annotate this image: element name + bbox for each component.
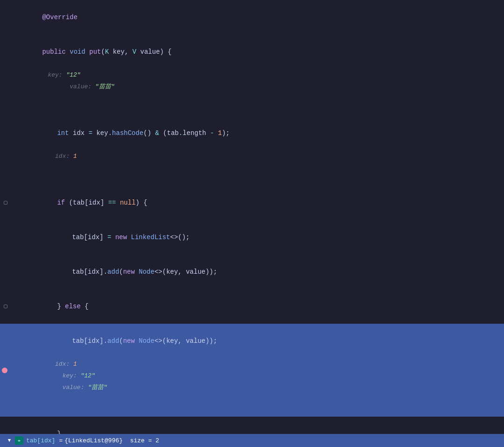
- status-value: {LinkedList@996} size = 2: [64, 437, 159, 444]
- code-line-2: public void put(K key, V value) { key: "…: [0, 35, 504, 116]
- status-icon: ∞: [15, 436, 23, 445]
- code-content-8: tab[idx].add(new Node<>(key, value)); id…: [15, 324, 504, 416]
- status-bar: ∞ tab[idx] = {LinkedList@996} size = 2: [0, 434, 504, 447]
- code-line-5: tab[idx] = new LinkedList<>();: [0, 220, 504, 255]
- annotation-kw: @Override: [42, 14, 77, 21]
- kw-public: public: [42, 48, 70, 56]
- code-content-6: tab[idx].add(new Node<>(key, value));: [15, 255, 504, 289]
- code-line-6: tab[idx].add(new Node<>(key, value));: [0, 255, 504, 289]
- code-editor: @Override public void put(K key, V value…: [0, 0, 504, 447]
- kw-void: void: [70, 48, 89, 56]
- code-line-8: tab[idx].add(new Node<>(key, value)); id…: [0, 324, 504, 417]
- debug-val-line3: idx: 1: [19, 153, 77, 171]
- code-line-3: int idx = key.hashCode() & (tab.length -…: [0, 116, 504, 185]
- status-name: tab[idx]: [26, 437, 55, 444]
- code-content-7: } else {: [15, 290, 504, 323]
- code-line-1: @Override: [0, 0, 504, 35]
- debug-val-line2: key: "12" value: "苗苗": [19, 71, 114, 102]
- status-expand: [6, 438, 13, 443]
- code-line-7: } else {: [0, 289, 504, 324]
- method-name: put: [89, 48, 101, 56]
- code-content-3: int idx = key.hashCode() & (tab.length -…: [15, 116, 504, 185]
- code-content-2: public void put(K key, V value) { key: "…: [15, 35, 504, 115]
- code-line-4: if (tab[idx] == null) {: [0, 185, 504, 220]
- code-content-5: tab[idx] = new LinkedList<>();: [15, 220, 504, 254]
- breakpoint-dot: [2, 368, 7, 373]
- code-content-4: if (tab[idx] == null) {: [15, 186, 504, 220]
- debug-val-line8: idx: 1 key: "12" value: "苗苗": [19, 361, 107, 403]
- code-content-1: @Override: [15, 0, 504, 34]
